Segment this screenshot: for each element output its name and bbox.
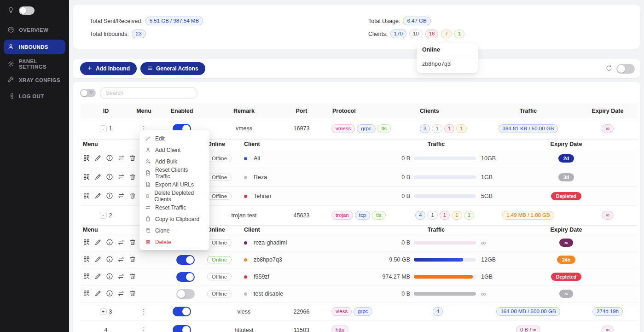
traffic-bar	[414, 194, 476, 198]
delete-icon[interactable]	[129, 173, 136, 182]
inbound-remark: vmess	[207, 125, 281, 132]
sidebar-item-xray-configs[interactable]: XRAY CONFIGS	[4, 74, 65, 87]
clients-online-badge[interactable]: 1	[454, 29, 464, 38]
inbound-id: 2	[109, 212, 112, 219]
edit-icon[interactable]	[94, 239, 102, 247]
expand-button[interactable]: +	[100, 308, 107, 315]
delete-icon[interactable]	[129, 290, 136, 298]
delete-icon[interactable]	[129, 273, 136, 281]
wrench-icon	[7, 76, 14, 84]
reset-traffic-icon[interactable]	[117, 273, 125, 281]
info-icon[interactable]	[106, 154, 113, 163]
qr-code-icon[interactable]	[83, 173, 90, 182]
info-icon[interactable]	[106, 192, 113, 201]
sidebar-item-panel-settings[interactable]: PANEL SETTINGS	[4, 58, 65, 70]
reset-traffic-icon[interactable]	[117, 239, 125, 247]
reset-traffic-icon[interactable]	[117, 154, 125, 163]
protocol-tag: http	[331, 326, 348, 332]
sidebar-item-overview[interactable]: OVERVIEW	[4, 23, 65, 36]
edit-icon[interactable]	[94, 256, 102, 264]
protocol-tag: vmess	[331, 124, 355, 133]
menu-item-add-bulk[interactable]: Add Bulk	[139, 156, 209, 167]
theme-toggle[interactable]	[19, 6, 35, 15]
info-icon[interactable]	[106, 173, 113, 182]
client-enabled-toggle[interactable]	[176, 289, 195, 299]
protocol-tag: trojan	[331, 211, 353, 220]
info-icon[interactable]	[106, 239, 113, 247]
status-badge: Offline	[207, 192, 232, 200]
menu-item-add-client[interactable]: Add Client	[139, 144, 209, 156]
delete-icon[interactable]	[129, 192, 136, 201]
reset-traffic-icon[interactable]	[117, 192, 125, 201]
refresh-icon[interactable]	[605, 64, 613, 73]
reset-traffic-icon[interactable]	[117, 290, 125, 298]
menu-item-reset-clients-traffic[interactable]: Reset Clients Traffic	[139, 167, 209, 179]
expiry-pill: ∞	[602, 211, 614, 220]
qr-code-icon[interactable]	[83, 273, 90, 281]
qr-code-icon[interactable]	[83, 239, 90, 247]
menu-item-edit[interactable]: Edit	[139, 133, 209, 144]
traffic-bar	[414, 275, 476, 279]
delete-icon[interactable]	[129, 239, 136, 247]
general-actions-button[interactable]: General Actions	[140, 62, 205, 75]
col-client-expiry: Expiry Date	[495, 141, 638, 147]
collapse-button[interactable]: -	[100, 125, 107, 132]
delete-icon[interactable]	[129, 256, 136, 264]
menu-item-export-all-urls[interactable]: Export All URLs	[139, 179, 209, 190]
edit-icon[interactable]	[94, 154, 102, 163]
clients-count-badge: 1	[432, 124, 442, 133]
edit-icon[interactable]	[94, 290, 102, 298]
delete-icon[interactable]	[129, 154, 136, 163]
expiry-badge: 2d	[558, 154, 574, 163]
expiry-badge: ∞	[559, 290, 573, 298]
info-icon[interactable]	[106, 290, 113, 298]
inbound-enabled-toggle[interactable]	[173, 325, 191, 332]
info-icon[interactable]	[106, 273, 113, 281]
inbound-port: 45623	[281, 212, 322, 219]
collapse-button[interactable]: -	[100, 212, 107, 219]
sidebar-item-inbounds[interactable]: INBOUNDS	[4, 40, 65, 54]
row-menu-icon[interactable]: ⋮	[140, 308, 147, 315]
info-icon[interactable]	[106, 256, 113, 264]
menu-item-delete-depleted-clients[interactable]: Delete Depleted Clients	[139, 190, 209, 202]
client-enabled-toggle[interactable]	[176, 255, 195, 265]
menu-item-delete[interactable]: Delete	[139, 236, 209, 248]
clients-depleted-badge[interactable]: 16	[425, 29, 439, 38]
status-badge: Offline	[207, 239, 232, 246]
col-protocol: Protocol	[322, 108, 396, 114]
inbound-enabled-toggle[interactable]	[173, 307, 191, 316]
reset-traffic-icon[interactable]	[117, 173, 125, 182]
clients-total-badge[interactable]: 170	[390, 29, 406, 38]
filter-toggle[interactable]	[80, 89, 96, 97]
qr-code-icon[interactable]	[83, 192, 90, 201]
qr-code-icon[interactable]	[83, 154, 90, 163]
add-inbound-button[interactable]: Add Inbound	[80, 62, 137, 75]
traffic-limit: 1GB	[481, 274, 495, 280]
client-row-zb8hpo7q3: Online zb8hpo7q3 9.50 GB 12GB 24h	[81, 251, 638, 268]
expiry-badge: ∞	[559, 239, 573, 247]
qr-code-icon[interactable]	[83, 290, 90, 298]
edit-icon[interactable]	[94, 173, 102, 182]
clients-deactive-badge[interactable]: 10	[409, 29, 423, 38]
traffic-limit: ∞	[481, 290, 495, 297]
qr-code-icon[interactable]	[83, 256, 90, 264]
col-client-name: Client	[237, 141, 377, 147]
protocol-tag: grpc	[357, 124, 375, 133]
menu-item-reset-traffic[interactable]: Reset Traffic	[139, 202, 209, 213]
row-menu-icon[interactable]: ⋮	[140, 326, 147, 332]
auto-refresh-toggle[interactable]	[616, 64, 635, 74]
sidebar-item-log-out[interactable]: LOG OUT	[4, 90, 65, 103]
trash-icon	[145, 193, 150, 199]
user-plus-icon	[145, 158, 151, 164]
traffic-bar	[414, 241, 476, 245]
reset-traffic-icon[interactable]	[117, 256, 125, 264]
search-input[interactable]	[100, 87, 197, 99]
clients-expiring-badge[interactable]: 7	[441, 29, 451, 38]
edit-icon[interactable]	[94, 273, 102, 281]
menu-item-copy-to-clipboard[interactable]: Copy to Clipboard	[139, 213, 209, 225]
client-enabled-toggle[interactable]	[176, 272, 195, 282]
toolbar-card: Add Inbound General Actions	[73, 59, 640, 78]
col-client-traffic: Traffic	[377, 141, 495, 147]
edit-icon[interactable]	[94, 192, 102, 201]
menu-item-clone[interactable]: Clone	[139, 225, 209, 236]
